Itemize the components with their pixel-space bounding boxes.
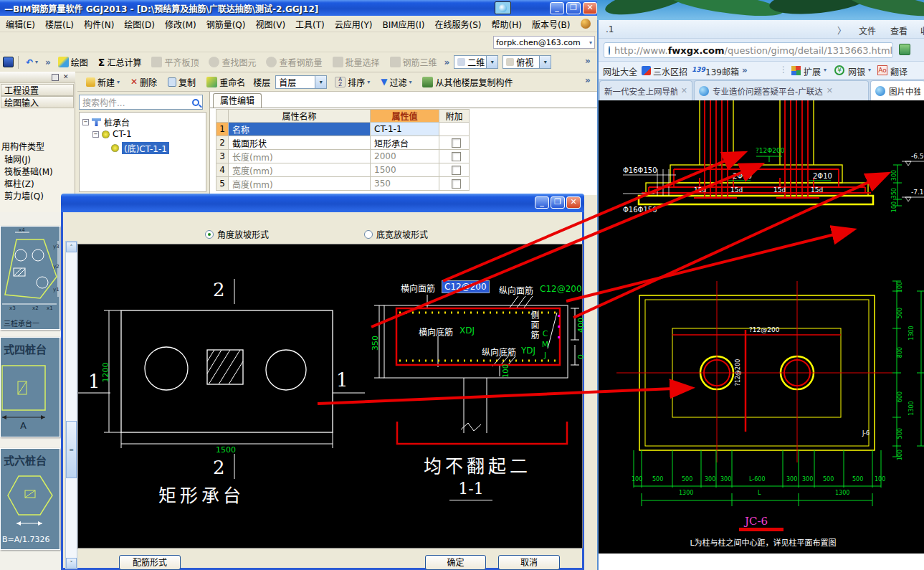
new-button[interactable]: 新建▾ [83,76,123,88]
menu-component[interactable]: 构件(N) [84,18,114,30]
snapshot-icon[interactable] [899,44,910,55]
extra-checkbox[interactable] [452,166,461,175]
prop-name-cell[interactable]: 长度(mm) [229,150,371,163]
dialog-cad-canvas[interactable]: 2 2 1 1 1200 1500 矩形承台 横向面筋 C12@200 纵向面筋… [77,244,583,548]
prop-value-cell[interactable]: 350 [371,177,439,191]
search-box[interactable]: 搜索构件... [79,95,203,110]
toolbar2-overflow-icon[interactable]: » [585,75,591,85]
summary-calc-button[interactable]: Σ汇总计算 [95,56,145,68]
scroll-down-icon[interactable]: ˅ [66,558,77,569]
pin-icon[interactable] [52,74,59,81]
extensions-dropdown-icon[interactable]: ▾ [824,67,827,73]
input-transverse-top-rebar[interactable]: C12@200 [442,280,490,293]
toolbar-netbank[interactable]: 网银 [848,65,865,77]
menu-draw[interactable]: 绘图(D) [124,18,155,30]
toolbar-extensions[interactable]: 扩展 [804,65,821,77]
menu-floor[interactable]: 楼层(L) [45,18,74,30]
save-icon[interactable] [3,57,14,67]
menu-modify[interactable]: 修改(M) [165,18,196,30]
thumb-six-pile-cap[interactable]: 式六桩台 B=A/1.7326 [0,448,60,550]
close-button[interactable]: ✕ [583,2,597,14]
sidebar-item-project-settings[interactable]: 工程设置 [1,84,74,96]
draw-button[interactable]: 绘图 [55,56,91,68]
batch-select-button[interactable]: 批量选择 [330,56,383,68]
browser-menu-file[interactable]: 文件 [859,24,876,37]
find-element-button[interactable]: 查找图元 [206,56,259,68]
tab-glodon-qa[interactable]: 专业造价问题答疑平台-广联达✕ [694,80,869,100]
bookmark-139-mail[interactable]: 139邮箱 [705,65,739,77]
extra-checkbox[interactable] [452,179,461,189]
rename-button[interactable]: 重命名 [204,76,248,88]
prop-value-cell[interactable]: 矩形承台 [371,136,439,150]
bank-shield-icon[interactable]: ¥ [834,65,844,75]
header-property-name[interactable]: 属性名称 [229,109,371,123]
prop-extra-cell[interactable] [439,163,470,177]
menu-online[interactable]: 在线服务(S) [435,18,482,30]
prop-extra-cell[interactable] [439,150,470,163]
toolbar-overflow2-icon[interactable]: » [444,57,450,67]
menu-rebar[interactable]: 钢筋量(Q) [206,18,246,30]
sidebar-item-frame-column[interactable]: 框柱(Z) [4,177,34,189]
dialog-close-button[interactable]: ✕ [566,196,581,209]
thumb-three-pile-cap[interactable]: x4 y3 y2 y1 x3 x2 x1 三桩承台一 [0,226,60,330]
dialog-scrollbar[interactable]: ˄ ≡ ˅ [65,241,77,569]
bookmarks-overflow-icon[interactable]: » [742,65,748,75]
menu-bim[interactable]: BIM应用(I) [382,18,424,30]
ok-button[interactable]: 确定 [425,555,486,570]
menu-help[interactable]: 帮助(H) [492,18,522,30]
minimize-button[interactable]: _ [550,2,564,14]
value-longitudinal-bottom-rebar[interactable]: YDJ [521,346,535,356]
value-side-rebar[interactable]: CMJ [540,329,550,361]
cancel-button[interactable]: 取消 [498,555,560,570]
viewpoint-combo[interactable]: 俯视▾ [503,55,551,69]
sidebar-item-axis-grid[interactable]: 轴网(J) [4,153,31,165]
tab-close-icon[interactable]: ✕ [681,86,687,95]
radio-bottom-width-slope[interactable]: 底宽放坡形式 [364,228,428,240]
prop-value-cell[interactable]: 1500 [371,163,439,177]
copy-from-floor-button[interactable]: 从其他楼层复制构件 [419,76,515,88]
sidebar-item-raft-foundation[interactable]: 筏板基础(M) [4,165,53,177]
prop-name-cell[interactable]: 高度(mm) [229,177,371,191]
extra-checkbox[interactable] [452,152,461,161]
tree-node-pile-cap[interactable]: − 桩承台 [82,116,130,128]
toolbar-overflow-icon[interactable]: » [45,57,51,67]
cad-image[interactable]: Φ16Φ150 Φ16Φ150 ?12Φ200 2Φ10 2Φ10 15d 15… [599,100,924,570]
thumb-four-pile-cap[interactable]: 式四桩台 A [0,337,60,437]
menu-cloud[interactable]: 云应用(Y) [335,18,373,30]
panel-close-icon[interactable]: ✕ [63,73,69,80]
dialog-maximize-button[interactable]: ❐ [551,196,565,209]
undo-button[interactable]: ↶▾ [23,57,41,67]
prop-name-cell[interactable]: 截面形状 [229,136,371,150]
delete-button[interactable]: ✕删除 [128,76,160,88]
sidebar-item-draw-input[interactable]: 绘图输入 [1,96,74,108]
prop-value-cell[interactable]: CT-1-1 [371,123,439,136]
prop-value-cell[interactable]: 2000 [371,150,439,163]
menu-version[interactable]: 版本号(B) [532,18,571,30]
bookmark-sanshui[interactable]: 三水区招 [653,65,687,77]
tab-image-detail[interactable]: 图片中独立 [870,80,924,100]
scroll-thumb[interactable]: ≡ [66,421,77,478]
dimension-combo[interactable]: 二维▾ [454,55,498,69]
rebar-pattern-button[interactable]: 配筋形式 [119,555,181,570]
sort-button[interactable]: AZ排序▾ [332,76,373,88]
translate-icon[interactable]: Ao [877,65,887,75]
radio-angle-slope[interactable]: 角度放坡形式 [205,228,269,240]
sidebar-item-shear-wall[interactable]: 剪力墙(Q) [4,189,44,201]
prop-name-cell[interactable]: 名称 [229,123,371,136]
account-dropdown[interactable]: forpk.chen@163.com▾ [493,36,595,49]
header-extra[interactable]: 附加 [439,109,470,123]
maximize-button[interactable]: ❐ [566,2,581,14]
floor-combo[interactable]: 首层▾ [275,75,327,89]
prop-extra-cell[interactable] [439,136,470,150]
tree-node-ct11-selected[interactable]: (底)CT-1-1 [111,142,169,154]
align-slab-button[interactable]: 平齐板顶 [148,56,201,68]
menu-expand-icon[interactable]: 〉 [837,24,846,37]
filter-button[interactable]: ▼过滤▾ [378,76,414,88]
extensions-icon[interactable] [791,66,801,75]
extra-checkbox[interactable] [452,138,461,148]
search-icon[interactable] [192,99,199,106]
header-property-value[interactable]: 属性值 [371,109,439,123]
scroll-up-icon[interactable]: ˄ [66,242,77,252]
qq-icon[interactable] [495,1,511,14]
toolbar-overflow3-icon[interactable]: » [585,56,591,66]
